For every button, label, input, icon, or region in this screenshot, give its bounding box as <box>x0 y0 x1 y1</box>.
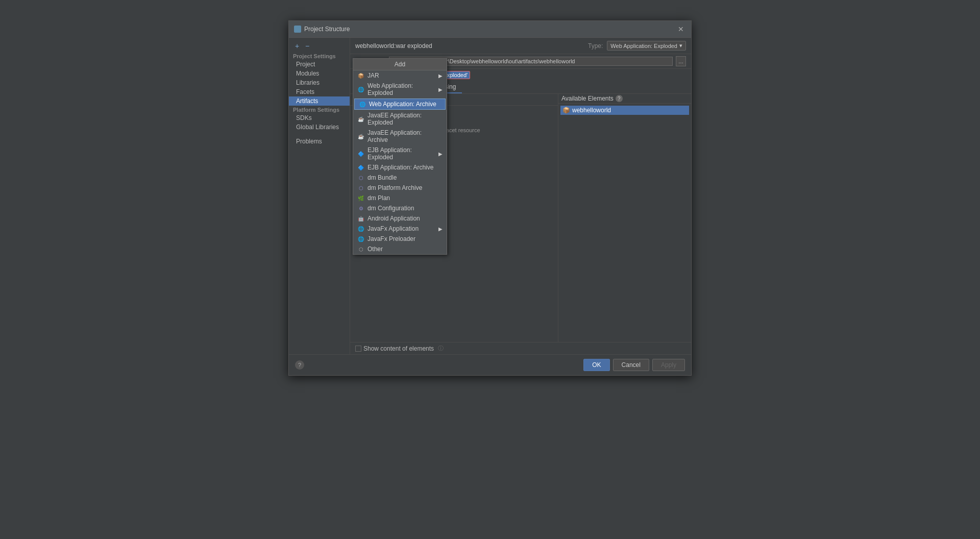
ejb-archive-icon: 🔷 <box>357 164 364 171</box>
menu-item-web-archive[interactable]: 🌐 Web Application: Archive <box>354 99 446 110</box>
dm-bundle-icon: ⬡ <box>357 174 364 181</box>
available-label: Available Elements <box>561 95 614 102</box>
menu-item-javafx-preloader[interactable]: 🌐 JavaFx Preloader <box>353 234 447 244</box>
menu-item-javaee-archive[interactable]: ☕ JavaEE Application: Archive <box>353 128 447 145</box>
show-content-label: Show content of elements <box>363 345 434 352</box>
dm-config-icon: ⚙ <box>357 205 364 212</box>
type-value: Web Application: Exploded <box>610 43 677 49</box>
footer-help-button[interactable]: ? <box>295 360 304 370</box>
browse-button[interactable]: … <box>676 56 686 66</box>
jar-arrow: ▶ <box>438 73 443 79</box>
android-icon: 🤖 <box>357 215 364 222</box>
javafx-preloader-icon: 🌐 <box>357 235 364 242</box>
right-tree-area: 📦 webhelloworld <box>558 104 691 342</box>
bottom-bar: Show content of elements ⓘ <box>350 342 691 354</box>
menu-item-dm-platform-archive[interactable]: ⬡ dm Platform Archive <box>353 183 447 193</box>
right-tree-item-webhelloworld[interactable]: 📦 webhelloworld <box>560 106 689 115</box>
module-icon: 📦 <box>562 107 570 114</box>
show-content-info-icon: ⓘ <box>438 345 444 352</box>
sidebar-item-project[interactable]: Project <box>289 60 350 69</box>
jar-icon: 📦 <box>357 72 364 79</box>
menu-item-jar[interactable]: 📦 JAR ▶ <box>353 70 447 81</box>
add-menu: Add 📦 JAR ▶ 🌐 Web Application: Exploded … <box>353 58 447 255</box>
sidebar-add-btn[interactable]: + <box>293 42 301 50</box>
sidebar-item-modules[interactable]: Modules <box>289 69 350 78</box>
footer-left: ? <box>295 360 304 370</box>
help-icon[interactable]: ? <box>616 95 623 102</box>
menu-item-other[interactable]: ⬡ Other <box>353 244 447 254</box>
menu-item-web-exploded[interactable]: 🌐 Web Application: Exploded ▶ <box>353 81 447 98</box>
dm-plan-icon: 🌿 <box>357 194 364 202</box>
right-panel: Available Elements ? 📦 webhelloworld <box>558 94 691 342</box>
footer-right: OK Cancel Apply <box>583 359 685 371</box>
sidebar-item-artifacts[interactable]: Artifacts <box>289 96 350 106</box>
menu-item-ejb-exploded[interactable]: 🔷 EJB Application: Exploded ▶ <box>353 145 447 162</box>
sidebar-item-problems[interactable]: Problems <box>289 137 350 146</box>
platform-settings-label: Platform Settings <box>289 106 350 113</box>
dm-platform-icon: ⬡ <box>357 184 364 191</box>
menu-item-dm-plan[interactable]: 🌿 dm Plan <box>353 193 447 203</box>
title-bar: Project Structure ✕ <box>289 21 691 38</box>
javaee-archive-icon: ☕ <box>357 133 364 140</box>
sidebar-item-libraries[interactable]: Libraries <box>289 78 350 87</box>
dialog-footer: ? OK Cancel Apply <box>289 354 691 375</box>
web-archive-icon: 🌐 <box>359 101 366 108</box>
checkbox-box <box>355 346 361 352</box>
ok-button[interactable]: OK <box>583 359 609 371</box>
sidebar-item-sdks[interactable]: SDKs <box>289 113 350 122</box>
menu-item-ejb-archive[interactable]: 🔷 EJB Application: Archive <box>353 162 447 173</box>
menu-item-dm-configuration[interactable]: ⚙ dm Configuration <box>353 203 447 213</box>
dialog-body: + − Project Settings Project Modules Lib… <box>289 38 691 354</box>
sidebar-item-global-libraries[interactable]: Global Libraries <box>289 122 350 132</box>
dialog-icon <box>294 26 301 33</box>
show-content-checkbox[interactable]: Show content of elements <box>355 345 434 352</box>
web-exploded-arrow: ▶ <box>438 87 443 92</box>
type-label: Type: <box>588 42 603 50</box>
other-icon: ⬡ <box>357 246 364 253</box>
ejb-exploded-icon: 🔷 <box>357 150 364 157</box>
ejb-exploded-arrow: ▶ <box>438 151 443 157</box>
sidebar-toolbar: + − <box>289 40 350 52</box>
main-content: webhelloworld:war exploded Type: Web App… <box>350 38 691 354</box>
javafx-app-icon: 🌐 <box>357 225 364 232</box>
right-panel-header: Available Elements ? <box>558 94 691 104</box>
menu-item-javaee-exploded[interactable]: ☕ JavaEE Application: Exploded <box>353 110 447 128</box>
type-dropdown[interactable]: Web Application: Exploded ▾ <box>607 41 686 51</box>
javafx-app-arrow: ▶ <box>438 226 443 232</box>
add-menu-header: Add <box>353 59 447 70</box>
menu-item-android-application[interactable]: 🤖 Android Application <box>353 213 447 224</box>
web-exploded-icon: 🌐 <box>357 86 364 93</box>
artifact-name: webhelloworld:war exploded <box>355 42 432 50</box>
sidebar-item-facets[interactable]: Facets <box>289 87 350 96</box>
project-settings-label: Project Settings <box>289 52 350 60</box>
sidebar: + − Project Settings Project Modules Lib… <box>289 38 350 354</box>
menu-item-javafx-application[interactable]: 🌐 JavaFx Application ▶ <box>353 224 447 234</box>
sidebar-remove-btn[interactable]: − <box>303 42 311 50</box>
apply-button[interactable]: Apply <box>652 359 685 371</box>
javaee-exploded-icon: ☕ <box>357 115 364 122</box>
dropdown-chevron-icon: ▾ <box>679 42 682 49</box>
close-button[interactable]: ✕ <box>676 24 686 34</box>
menu-item-dm-bundle[interactable]: ⬡ dm Bundle <box>353 173 447 183</box>
dialog-title: Project Structure <box>304 26 350 33</box>
project-structure-dialog: Project Structure ✕ + − Project Settings… <box>288 20 692 376</box>
cancel-button[interactable]: Cancel <box>613 359 649 371</box>
artifact-header: webhelloworld:war exploded Type: Web App… <box>350 38 691 54</box>
